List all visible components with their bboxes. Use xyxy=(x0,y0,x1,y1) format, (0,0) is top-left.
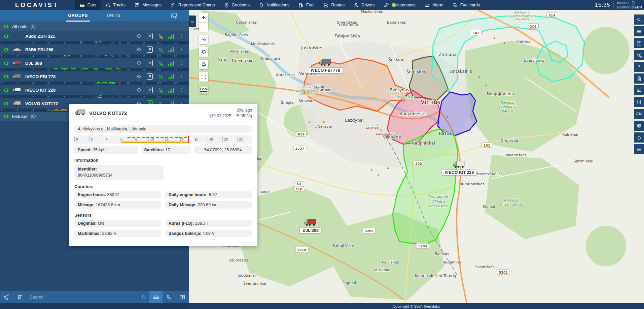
nav-item-tracks[interactable]: Tracks xyxy=(101,0,130,10)
zoom-in-button[interactable]: + xyxy=(199,13,208,22)
activity-timeline[interactable]: 0246810121416182022 xyxy=(74,135,252,144)
visibility-eye-icon[interactable] xyxy=(3,47,9,53)
row-menu-icon[interactable] xyxy=(179,74,184,79)
visibility-eye-icon[interactable] xyxy=(3,87,9,93)
language-tool-button[interactable]: EN xyxy=(634,109,644,119)
parked-icon[interactable]: P xyxy=(147,60,153,66)
list-tool-button[interactable] xyxy=(634,144,644,154)
map-label: draustinis xyxy=(300,92,314,96)
unit-activity-strip[interactable]: 0246810121416182022 xyxy=(0,68,189,71)
print-button[interactable] xyxy=(199,60,208,69)
satellite-tool-button[interactable] xyxy=(634,50,644,60)
document-tool-button[interactable] xyxy=(634,73,644,84)
parked-icon[interactable]: P xyxy=(147,33,153,39)
geozone-filter-button[interactable] xyxy=(0,291,13,303)
search-tool-button[interactable] xyxy=(634,14,644,25)
counters-heading: Counters xyxy=(74,184,252,189)
locate-icon[interactable] xyxy=(136,33,142,39)
locate-icon[interactable] xyxy=(136,73,142,80)
row-menu-icon[interactable] xyxy=(179,87,184,93)
nav-item-notifications[interactable]: Notifications xyxy=(254,0,294,10)
map-label: Lazdynai xyxy=(345,118,364,123)
nav-item-maintenance[interactable]: 1Maintenance xyxy=(379,0,420,10)
map-label: Užubrastis xyxy=(228,258,248,262)
row-menu-icon[interactable] xyxy=(179,60,184,66)
units-view-button[interactable] xyxy=(149,291,163,303)
measure-arrow-button[interactable] xyxy=(199,35,208,44)
tab-groups[interactable]: GROUPS xyxy=(66,10,90,22)
vehicle-marker[interactable]: DJL 388 xyxy=(297,218,324,234)
nav-item-routes[interactable]: Routes xyxy=(319,0,349,10)
row-menu-icon[interactable] xyxy=(179,33,184,39)
address-field: 4, Mokyklos g., Maišiagala, Lithuania xyxy=(74,125,252,133)
menu-tool-button[interactable] xyxy=(634,26,644,36)
nav-item-reports[interactable]: Reports and Charts xyxy=(166,0,219,10)
nav-item-fuelcards[interactable]: Fuel cards xyxy=(448,0,484,10)
globe-tool-button[interactable] xyxy=(634,121,644,131)
locate-icon[interactable] xyxy=(136,60,142,66)
parked-icon[interactable]: P xyxy=(147,47,153,53)
locate-icon[interactable] xyxy=(136,87,142,93)
parked-icon[interactable]: P xyxy=(147,73,153,80)
vehicle-thumbnail xyxy=(12,73,22,80)
vehicle-thumbnail xyxy=(12,46,22,53)
map-label: Šnipiškės xyxy=(406,69,426,74)
split-panels-button[interactable] xyxy=(176,291,189,303)
visibility-eye-icon[interactable] xyxy=(3,114,9,119)
group-row[interactable]: All units(6) xyxy=(0,22,189,31)
satellite-icon xyxy=(157,73,164,80)
nav-item-drivers[interactable]: Drivers xyxy=(349,0,379,10)
polygon-tool-button[interactable] xyxy=(199,47,208,57)
unit-row[interactable]: BMW ERL256P xyxy=(0,44,189,55)
visibility-eye-icon[interactable] xyxy=(3,60,9,66)
chat-tool-button[interactable] xyxy=(634,85,644,95)
unit-activity-strip[interactable]: 0246810121416182022 xyxy=(0,55,189,58)
parked-icon[interactable]: P xyxy=(147,87,153,93)
geofence-rasos[interactable] xyxy=(438,92,477,135)
visibility-eye-icon[interactable] xyxy=(3,33,9,39)
expand-tool-button[interactable] xyxy=(634,38,644,48)
logout-icon[interactable] xyxy=(631,1,636,5)
map-label: Kairėnai xyxy=(516,40,532,44)
sliders-tool-button[interactable] xyxy=(634,97,644,107)
unit-row[interactable]: DJL 388P xyxy=(0,58,189,68)
nav-item-cars[interactable]: Cars xyxy=(75,0,101,10)
add-group-icon[interactable] xyxy=(171,12,177,19)
sidebar-footer xyxy=(0,291,189,303)
row-menu-icon[interactable] xyxy=(179,47,184,52)
zoom-out-button[interactable]: − xyxy=(199,22,208,32)
nav-item-alarm[interactable]: Alarm xyxy=(420,0,448,10)
unit-activity-strip[interactable]: 0246810121416182022 xyxy=(0,95,189,98)
water-drop-tool-button[interactable] xyxy=(634,132,644,143)
search-input[interactable] xyxy=(29,294,141,300)
map-label: Giruliai xyxy=(318,88,331,92)
log-button[interactable]: LOG xyxy=(200,87,207,92)
map-label: Neravai xyxy=(318,124,332,129)
nav-item-fuel[interactable]: Fuel xyxy=(294,0,319,10)
unit-activity-strip[interactable]: 0246810121416182022 xyxy=(0,41,189,44)
unit-row[interactable]: IVECO FBI 778P xyxy=(0,71,189,82)
map-label: Gineitiškės xyxy=(337,20,357,25)
unit-row[interactable]: Audo ZDH 321P xyxy=(0,31,189,41)
nav-item-messages[interactable]: Messages xyxy=(130,0,166,10)
vehicle-marker-label: IVECO KIT 228 xyxy=(442,169,477,176)
help-tool-button[interactable]: ? xyxy=(634,62,644,72)
tab-units[interactable]: UNITS xyxy=(105,10,123,22)
vehicle-marker-label: DJL 388 xyxy=(299,227,322,234)
visibility-eye-icon[interactable] xyxy=(3,74,9,80)
parking-filter-button[interactable] xyxy=(13,291,26,303)
sidebar-collapse-button[interactable]: « xyxy=(189,16,196,27)
map-label: Vokė xyxy=(261,190,270,194)
visibility-eye-icon[interactable] xyxy=(3,101,9,106)
unit-row[interactable]: IVECO KIT 228P xyxy=(0,85,189,95)
locate-icon[interactable] xyxy=(136,47,142,53)
fullscreen-button[interactable] xyxy=(199,72,208,82)
visibility-eye-icon[interactable] xyxy=(3,24,9,29)
nav-label: Tracks xyxy=(113,3,126,7)
unit-activity-strip[interactable]: 0246810121416182022 xyxy=(0,82,189,85)
top-navigation-bar: LOCAVIST CarsTracksMessagesReports and C… xyxy=(0,0,644,10)
vehicle-marker[interactable]: IVECO FBI 778 xyxy=(312,58,339,73)
vehicle-marker[interactable]: IVECO KIT 228 xyxy=(446,160,473,176)
phone-button[interactable] xyxy=(163,291,176,303)
nav-item-geoitems[interactable]: Geoitems xyxy=(219,0,254,10)
